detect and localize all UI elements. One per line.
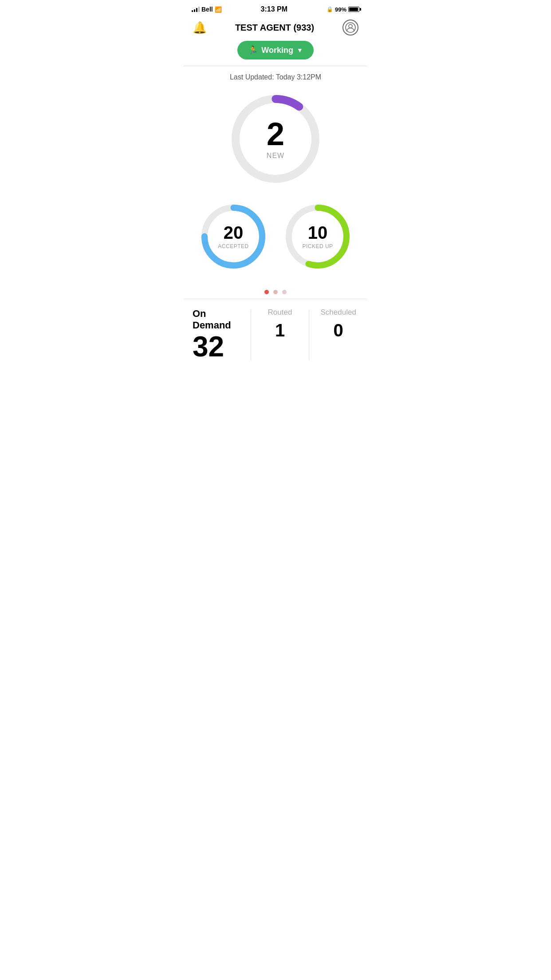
- status-left: Bell 📶: [192, 6, 222, 13]
- app-header: 🔔 TEST AGENT (933): [184, 16, 367, 41]
- bell-icon[interactable]: 🔔: [193, 21, 207, 35]
- small-donuts-row: 20 ACCEPTED 10 PICKED UP: [184, 201, 367, 272]
- new-label: NEW: [267, 152, 284, 160]
- on-demand-value: 32: [193, 331, 242, 362]
- routed-label: Routed: [256, 308, 305, 317]
- chevron-down-icon: ▼: [297, 47, 303, 54]
- page-title: TEST AGENT (933): [235, 23, 314, 33]
- battery-percentage: 99%: [335, 6, 346, 13]
- working-btn-container: 🏃 Working ▼: [184, 41, 367, 66]
- svg-point-1: [349, 24, 352, 28]
- pickedup-count: 10: [302, 224, 333, 241]
- bottom-stats: On Demand 32 Routed 1 Scheduled 0: [184, 299, 367, 362]
- battery-fill: [349, 8, 358, 11]
- battery-icon: [348, 7, 359, 12]
- routed-value: 1: [256, 320, 305, 340]
- dot-2[interactable]: [273, 290, 278, 294]
- accepted-donut-center: 20 ACCEPTED: [218, 224, 248, 249]
- new-count: 2: [267, 118, 284, 150]
- status-bar: Bell 📶 3:13 PM 🔒 99%: [184, 0, 367, 16]
- dot-1[interactable]: [264, 290, 269, 294]
- wifi-icon: 📶: [215, 6, 222, 13]
- working-label: Working: [261, 46, 293, 55]
- on-demand-title: On Demand: [193, 308, 242, 331]
- dot-3[interactable]: [282, 290, 287, 294]
- running-icon: 🏃: [248, 45, 258, 55]
- new-donut-chart[interactable]: 2 NEW: [227, 90, 324, 188]
- working-status-button[interactable]: 🏃 Working ▼: [237, 41, 314, 59]
- pagination-dots: [184, 281, 367, 299]
- status-time: 3:13 PM: [261, 5, 287, 13]
- accepted-count: 20: [218, 224, 248, 241]
- pickedup-donut-chart[interactable]: 10 PICKED UP: [282, 201, 353, 272]
- accepted-donut-chart[interactable]: 20 ACCEPTED: [198, 201, 269, 272]
- signal-bars-icon: [192, 7, 200, 12]
- status-right: 🔒 99%: [327, 6, 359, 13]
- charts-container: 2 NEW 20 ACCEPTED 10: [184, 86, 367, 281]
- lock-icon: 🔒: [327, 6, 333, 12]
- last-updated-text: Last Updated: Today 3:12PM: [184, 66, 367, 86]
- routed-section: Routed 1: [251, 308, 309, 362]
- scheduled-label: Scheduled: [314, 308, 363, 317]
- scheduled-section: Scheduled 0: [309, 308, 367, 362]
- carrier-label: Bell: [201, 6, 213, 13]
- on-demand-section: On Demand 32: [184, 308, 251, 362]
- pickedup-donut-center: 10 PICKED UP: [302, 224, 333, 249]
- new-donut-center: 2 NEW: [267, 118, 284, 160]
- profile-button[interactable]: [342, 20, 358, 36]
- pickedup-label: PICKED UP: [302, 243, 333, 249]
- accepted-label: ACCEPTED: [218, 243, 248, 249]
- scheduled-value: 0: [314, 320, 363, 340]
